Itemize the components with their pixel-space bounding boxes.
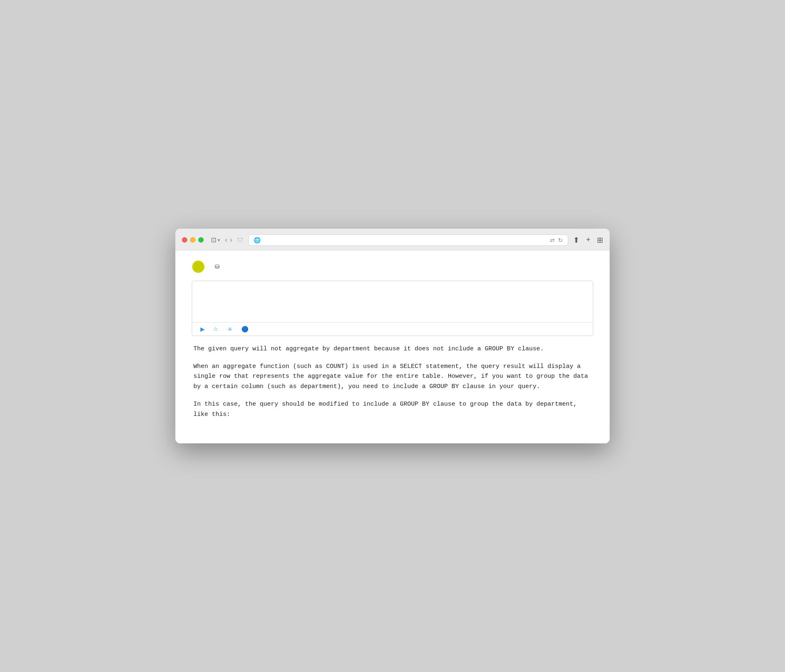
run-play-icon: ▶ (200, 326, 205, 332)
run-button[interactable]: ▶ (199, 326, 205, 332)
address-actions: ⇄ ↻ (550, 237, 563, 243)
reload-icon[interactable]: ↻ (558, 237, 563, 243)
share-icon[interactable]: ⬆ (573, 236, 579, 245)
tables-button[interactable]: ≡ (228, 326, 233, 332)
page-content: ⛁ ▶ ☆ (175, 250, 610, 444)
maximize-button[interactable] (198, 237, 204, 243)
share-button[interactable]: ☆ (213, 326, 220, 332)
nav-buttons: ‹ › (225, 236, 232, 244)
sidebar-chevron-icon: ▾ (218, 237, 220, 243)
browser-window: ⊡ ▾ ‹ › 🛡 🌐 ⇄ ↻ ⬆ + ⊞ (175, 229, 610, 444)
star-icon: ☆ (213, 326, 218, 332)
sidebar-icon: ⊡ (211, 236, 216, 244)
ai-paragraph-1: The given query will not aggregate by de… (193, 344, 592, 354)
app-header: ⛁ (192, 260, 593, 273)
ai-response-area: The given query will not aggregate by de… (192, 344, 593, 420)
forward-button[interactable]: › (230, 236, 232, 244)
title-bar: ⊡ ▾ ‹ › 🛡 🌐 ⇄ ↻ ⬆ + ⊞ (175, 229, 610, 250)
shield-icon: 🛡 (237, 236, 243, 243)
sql-editor[interactable]: ▶ ☆ ≡ 🔵 (192, 281, 593, 336)
toolbar-actions: ⬆ + ⊞ (573, 236, 603, 245)
ai-paragraph-2: When an aggregate function (such as COUN… (193, 362, 592, 392)
app-title-area: ⛁ (192, 260, 220, 273)
ai-icon: 🔵 (241, 326, 248, 332)
close-button[interactable] (182, 237, 187, 243)
sql-code-area[interactable] (192, 281, 593, 322)
address-bar[interactable]: 🌐 ⇄ ↻ (248, 234, 568, 246)
new-tab-icon[interactable]: + (586, 236, 590, 244)
minimize-button[interactable] (190, 237, 195, 243)
ai-response-text: The given query will not aggregate by de… (193, 344, 592, 420)
sidebar-toggle[interactable]: ⊡ ▾ (211, 236, 220, 244)
tab-overview-icon[interactable]: ⊞ (597, 236, 603, 245)
back-button[interactable]: ‹ (225, 236, 227, 244)
ask-ai-button[interactable]: 🔵 (241, 326, 250, 332)
db-icon: ⛁ (215, 263, 220, 270)
app-logo (192, 260, 205, 273)
globe-icon: 🌐 (254, 237, 261, 243)
sql-toolbar: ▶ ☆ ≡ 🔵 (192, 322, 593, 336)
translate-icon[interactable]: ⇄ (550, 237, 555, 243)
ai-paragraph-3: In this case, the query should be modifi… (193, 400, 592, 420)
app-title: ⛁ (209, 262, 220, 271)
traffic-lights (182, 237, 204, 243)
tables-icon: ≡ (228, 326, 231, 332)
